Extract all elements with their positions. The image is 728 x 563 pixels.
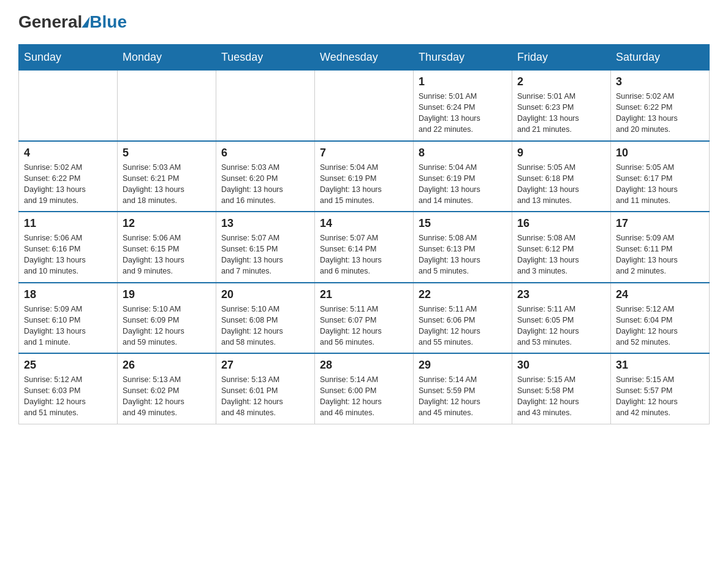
day-info: Sunrise: 5:05 AM Sunset: 6:18 PM Dayligh…	[517, 162, 605, 207]
day-number: 18	[24, 288, 112, 301]
calendar-cell: 24Sunrise: 5:12 AM Sunset: 6:04 PM Dayli…	[611, 283, 710, 354]
calendar-cell: 6Sunrise: 5:03 AM Sunset: 6:20 PM Daylig…	[216, 141, 315, 212]
day-info: Sunrise: 5:08 AM Sunset: 6:12 PM Dayligh…	[517, 232, 605, 277]
day-info: Sunrise: 5:03 AM Sunset: 6:21 PM Dayligh…	[123, 162, 211, 207]
calendar-cell: 25Sunrise: 5:12 AM Sunset: 6:03 PM Dayli…	[19, 353, 118, 424]
day-number: 21	[320, 288, 408, 301]
day-info: Sunrise: 5:03 AM Sunset: 6:20 PM Dayligh…	[221, 162, 309, 207]
day-number: 8	[419, 147, 507, 159]
calendar-cell: 30Sunrise: 5:15 AM Sunset: 5:58 PM Dayli…	[512, 353, 611, 424]
day-number: 3	[616, 75, 704, 88]
day-info: Sunrise: 5:10 AM Sunset: 6:09 PM Dayligh…	[123, 304, 211, 348]
calendar-cell: 11Sunrise: 5:06 AM Sunset: 6:16 PM Dayli…	[19, 212, 118, 283]
day-number: 30	[517, 359, 605, 372]
day-info: Sunrise: 5:10 AM Sunset: 6:08 PM Dayligh…	[221, 304, 309, 348]
day-number: 16	[517, 217, 605, 230]
day-info: Sunrise: 5:06 AM Sunset: 6:15 PM Dayligh…	[123, 232, 211, 277]
day-number: 23	[517, 288, 605, 301]
calendar-cell: 2Sunrise: 5:01 AM Sunset: 6:23 PM Daylig…	[512, 71, 611, 141]
day-number: 13	[221, 217, 309, 230]
weekday-header-monday: Monday	[118, 45, 216, 71]
weekday-header-thursday: Thursday	[414, 45, 512, 71]
day-info: Sunrise: 5:07 AM Sunset: 6:15 PM Dayligh…	[221, 232, 309, 277]
calendar-cell: 1Sunrise: 5:01 AM Sunset: 6:24 PM Daylig…	[414, 71, 512, 141]
calendar-cell	[118, 71, 216, 141]
logo: GeneralBlue	[18, 12, 127, 32]
calendar-cell	[19, 71, 118, 141]
day-info: Sunrise: 5:04 AM Sunset: 6:19 PM Dayligh…	[419, 162, 507, 207]
day-info: Sunrise: 5:06 AM Sunset: 6:16 PM Dayligh…	[24, 232, 112, 277]
day-number: 6	[221, 147, 309, 159]
day-number: 10	[616, 147, 704, 159]
day-number: 17	[616, 217, 704, 230]
calendar-cell: 9Sunrise: 5:05 AM Sunset: 6:18 PM Daylig…	[512, 141, 611, 212]
calendar-cell: 14Sunrise: 5:07 AM Sunset: 6:14 PM Dayli…	[315, 212, 414, 283]
day-number: 15	[419, 217, 507, 230]
day-number: 26	[123, 359, 211, 372]
day-number: 27	[221, 359, 309, 372]
page-header: GeneralBlue	[18, 12, 710, 32]
weekday-header-tuesday: Tuesday	[216, 45, 315, 71]
calendar-cell: 7Sunrise: 5:04 AM Sunset: 6:19 PM Daylig…	[315, 141, 414, 212]
day-number: 20	[221, 288, 309, 301]
calendar-cell: 16Sunrise: 5:08 AM Sunset: 6:12 PM Dayli…	[512, 212, 611, 283]
calendar-week-row: 25Sunrise: 5:12 AM Sunset: 6:03 PM Dayli…	[19, 353, 710, 424]
day-number: 14	[320, 217, 408, 230]
calendar-cell: 27Sunrise: 5:13 AM Sunset: 6:01 PM Dayli…	[216, 353, 315, 424]
calendar-cell: 21Sunrise: 5:11 AM Sunset: 6:07 PM Dayli…	[315, 283, 414, 354]
day-number: 22	[419, 288, 507, 301]
day-info: Sunrise: 5:12 AM Sunset: 6:04 PM Dayligh…	[616, 304, 704, 348]
calendar-cell: 10Sunrise: 5:05 AM Sunset: 6:17 PM Dayli…	[611, 141, 710, 212]
calendar-cell: 19Sunrise: 5:10 AM Sunset: 6:09 PM Dayli…	[118, 283, 216, 354]
day-info: Sunrise: 5:02 AM Sunset: 6:22 PM Dayligh…	[616, 91, 704, 136]
day-info: Sunrise: 5:12 AM Sunset: 6:03 PM Dayligh…	[24, 374, 112, 419]
weekday-header-saturday: Saturday	[611, 45, 710, 71]
day-info: Sunrise: 5:11 AM Sunset: 6:05 PM Dayligh…	[517, 304, 605, 348]
day-info: Sunrise: 5:05 AM Sunset: 6:17 PM Dayligh…	[616, 162, 704, 207]
calendar-cell: 31Sunrise: 5:15 AM Sunset: 5:57 PM Dayli…	[611, 353, 710, 424]
day-number: 19	[123, 288, 211, 301]
calendar-cell: 28Sunrise: 5:14 AM Sunset: 6:00 PM Dayli…	[315, 353, 414, 424]
calendar-cell: 12Sunrise: 5:06 AM Sunset: 6:15 PM Dayli…	[118, 212, 216, 283]
calendar-cell: 18Sunrise: 5:09 AM Sunset: 6:10 PM Dayli…	[19, 283, 118, 354]
calendar-cell: 23Sunrise: 5:11 AM Sunset: 6:05 PM Dayli…	[512, 283, 611, 354]
day-number: 24	[616, 288, 704, 301]
calendar-cell: 3Sunrise: 5:02 AM Sunset: 6:22 PM Daylig…	[611, 71, 710, 141]
day-info: Sunrise: 5:11 AM Sunset: 6:07 PM Dayligh…	[320, 304, 408, 348]
calendar-week-row: 4Sunrise: 5:02 AM Sunset: 6:22 PM Daylig…	[19, 141, 710, 212]
day-info: Sunrise: 5:09 AM Sunset: 6:10 PM Dayligh…	[24, 304, 112, 348]
calendar-cell: 26Sunrise: 5:13 AM Sunset: 6:02 PM Dayli…	[118, 353, 216, 424]
day-number: 31	[616, 359, 704, 372]
day-info: Sunrise: 5:13 AM Sunset: 6:01 PM Dayligh…	[221, 374, 309, 419]
day-info: Sunrise: 5:11 AM Sunset: 6:06 PM Dayligh…	[419, 304, 507, 348]
calendar-table: SundayMondayTuesdayWednesdayThursdayFrid…	[18, 44, 710, 424]
calendar-header-row: SundayMondayTuesdayWednesdayThursdayFrid…	[19, 45, 710, 71]
day-info: Sunrise: 5:15 AM Sunset: 5:57 PM Dayligh…	[616, 374, 704, 419]
day-info: Sunrise: 5:08 AM Sunset: 6:13 PM Dayligh…	[419, 232, 507, 277]
day-number: 7	[320, 147, 408, 159]
calendar-week-row: 18Sunrise: 5:09 AM Sunset: 6:10 PM Dayli…	[19, 283, 710, 354]
calendar-cell: 13Sunrise: 5:07 AM Sunset: 6:15 PM Dayli…	[216, 212, 315, 283]
weekday-header-friday: Friday	[512, 45, 611, 71]
calendar-week-row: 11Sunrise: 5:06 AM Sunset: 6:16 PM Dayli…	[19, 212, 710, 283]
weekday-header-sunday: Sunday	[19, 45, 118, 71]
day-info: Sunrise: 5:04 AM Sunset: 6:19 PM Dayligh…	[320, 162, 408, 207]
day-info: Sunrise: 5:15 AM Sunset: 5:58 PM Dayligh…	[517, 374, 605, 419]
day-info: Sunrise: 5:07 AM Sunset: 6:14 PM Dayligh…	[320, 232, 408, 277]
logo-general-text: General	[18, 12, 82, 32]
calendar-cell: 15Sunrise: 5:08 AM Sunset: 6:13 PM Dayli…	[414, 212, 512, 283]
calendar-cell: 17Sunrise: 5:09 AM Sunset: 6:11 PM Dayli…	[611, 212, 710, 283]
logo-icon	[82, 17, 90, 28]
day-number: 28	[320, 359, 408, 372]
day-info: Sunrise: 5:13 AM Sunset: 6:02 PM Dayligh…	[123, 374, 211, 419]
calendar-week-row: 1Sunrise: 5:01 AM Sunset: 6:24 PM Daylig…	[19, 71, 710, 141]
calendar-cell	[216, 71, 315, 141]
day-number: 9	[517, 147, 605, 159]
day-number: 11	[24, 217, 112, 230]
day-info: Sunrise: 5:02 AM Sunset: 6:22 PM Dayligh…	[24, 162, 112, 207]
day-number: 29	[419, 359, 507, 372]
day-info: Sunrise: 5:01 AM Sunset: 6:24 PM Dayligh…	[419, 91, 507, 136]
day-number: 1	[419, 75, 507, 88]
calendar-cell: 29Sunrise: 5:14 AM Sunset: 5:59 PM Dayli…	[414, 353, 512, 424]
calendar-cell: 8Sunrise: 5:04 AM Sunset: 6:19 PM Daylig…	[414, 141, 512, 212]
